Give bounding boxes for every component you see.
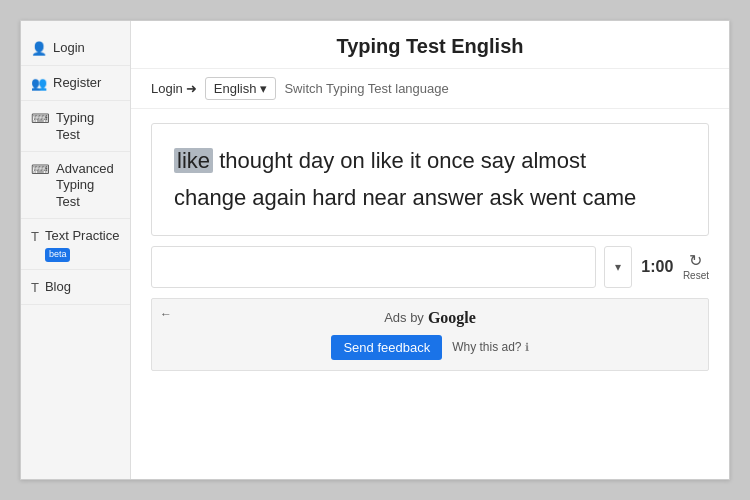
advanced-typing-test-icon: ⌨ (31, 162, 50, 179)
google-label: Google (428, 309, 476, 327)
blog-icon: T (31, 280, 39, 297)
reset-icon: ↻ (689, 253, 702, 269)
word-thought: thought day on like it once say almost (219, 148, 586, 173)
info-icon: ℹ (525, 341, 529, 354)
login-label: Login (151, 81, 183, 96)
page-title: Typing Test English (336, 35, 523, 57)
typing-test-icon: ⌨ (31, 111, 50, 128)
ads-by-label: Ads by Google (384, 309, 476, 327)
ads-back-arrow[interactable]: ← (160, 307, 172, 321)
text-practice-icon: T (31, 229, 39, 246)
input-row: ▾ 1:00 ↻ Reset (151, 246, 709, 288)
register-icon: 👥 (31, 76, 47, 93)
sidebar: 👤 Login 👥 Register ⌨ Typing Test ⌨ Advan… (21, 21, 131, 479)
word-line2: change again hard near answer ask went c… (174, 185, 636, 210)
login-icon: 👤 (31, 41, 47, 58)
login-button[interactable]: Login ➜ (151, 81, 197, 96)
main-content: Typing Test English Login ➜ English ▾ Sw… (131, 21, 729, 479)
sidebar-item-register[interactable]: 👥 Register (21, 68, 130, 101)
sidebar-label-login: Login (53, 40, 120, 57)
reset-button[interactable]: ↻ Reset (683, 253, 709, 281)
sidebar-item-advanced-typing-test[interactable]: ⌨ Advanced Typing Test (21, 154, 130, 220)
app-window: 👤 Login 👥 Register ⌨ Typing Test ⌨ Advan… (20, 20, 730, 480)
timer-display: 1:00 (640, 258, 675, 276)
typing-display: like thought day on like it once say alm… (151, 123, 709, 236)
send-feedback-button[interactable]: Send feedback (331, 335, 442, 360)
dropdown-arrow[interactable]: ▾ (604, 246, 632, 288)
toolbar: Login ➜ English ▾ Switch Typing Test lan… (131, 69, 729, 109)
sidebar-label-text-practice: Text Practice beta (45, 228, 120, 262)
ads-by-text: Ads by (384, 310, 424, 325)
why-ad-link[interactable]: Why this ad? ℹ (452, 340, 528, 354)
login-arrow-icon: ➜ (186, 81, 197, 96)
language-selector[interactable]: English ▾ (205, 77, 277, 100)
sidebar-item-text-practice[interactable]: T Text Practice beta (21, 221, 130, 270)
sidebar-item-typing-test[interactable]: ⌨ Typing Test (21, 103, 130, 152)
sidebar-label-register: Register (53, 75, 120, 92)
typing-input[interactable] (151, 246, 596, 288)
ads-area: ← Ads by Google Send feedback Why this a… (151, 298, 709, 371)
sidebar-item-login[interactable]: 👤 Login (21, 33, 130, 66)
beta-badge: beta (45, 248, 71, 262)
sidebar-label-typing-test: Typing Test (56, 110, 120, 144)
chevron-down-icon: ▾ (260, 81, 267, 96)
why-ad-text-label: Why this ad? (452, 340, 521, 354)
sidebar-label-advanced-typing-test: Advanced Typing Test (56, 161, 120, 212)
language-label: English (214, 81, 257, 96)
switch-lang-text: Switch Typing Test language (284, 81, 448, 96)
sidebar-label-blog: Blog (45, 279, 120, 296)
ads-actions: Send feedback Why this ad? ℹ (331, 335, 528, 360)
main-header: Typing Test English (131, 21, 729, 69)
reset-label: Reset (683, 270, 709, 281)
word-current: like (174, 148, 213, 173)
sidebar-item-blog[interactable]: T Blog (21, 272, 130, 305)
